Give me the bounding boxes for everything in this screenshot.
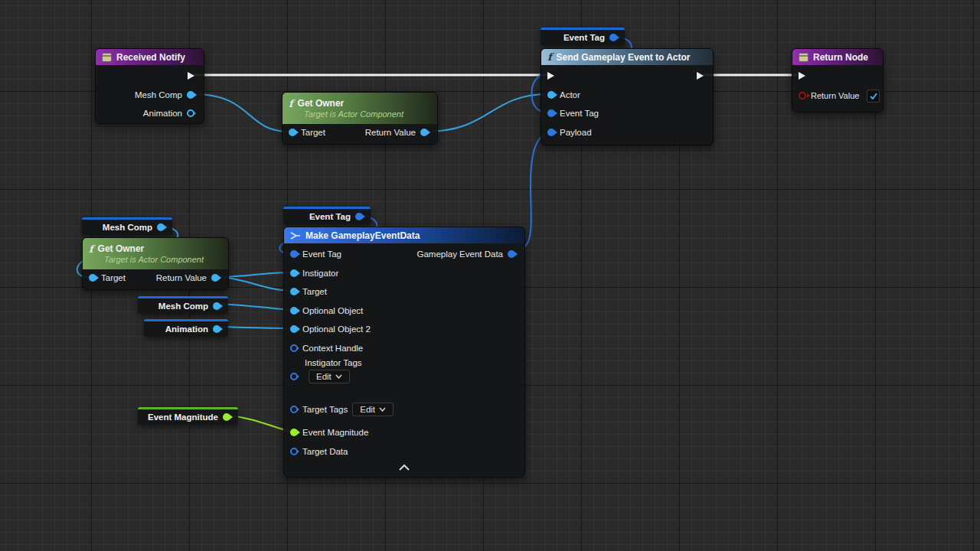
get-owner-left-node[interactable]: f Get Owner Target is Actor Component Ta… [82, 237, 229, 290]
instigator-tags-label: Instigator Tags [305, 358, 362, 367]
wire-returnvalue-to-instigator [220, 272, 291, 277]
mesh-comp-getter-1[interactable]: Mesh Comp [82, 217, 172, 235]
exec-in-row [547, 67, 554, 84]
event-tag-in-row: Event Tag [290, 246, 341, 262]
event-magnitude-out-pin[interactable] [223, 413, 230, 421]
wire-eventmagnitude [230, 416, 291, 432]
exec-out-row [188, 67, 194, 84]
pin-label: Return Value [365, 128, 416, 137]
animation-getter[interactable]: Animation [144, 319, 228, 337]
instigator-tags-pin[interactable] [290, 373, 298, 380]
event-box-icon [799, 53, 808, 62]
exec-in-pin[interactable] [547, 72, 554, 80]
event-magnitude-in-row: Event Magnitude [290, 424, 368, 441]
optional-object-pin[interactable] [290, 307, 298, 315]
chevron-down-icon [379, 407, 386, 412]
animation-pin[interactable] [187, 109, 194, 117]
event-magnitude-getter[interactable]: Event Magnitude [138, 407, 238, 425]
send-gameplay-event-node[interactable]: f Send Gameplay Event to Actor Actor Eve… [541, 48, 714, 145]
mesh-comp-out-pin[interactable] [213, 302, 220, 310]
target-in-row: Target [89, 269, 126, 286]
variable-label: Mesh Comp [158, 302, 208, 311]
pin-label: Target Data [302, 447, 348, 456]
target-in-row: Target [289, 124, 325, 141]
target-data-pin[interactable] [290, 448, 298, 455]
event-tag-pin[interactable] [290, 250, 298, 258]
actor-pin[interactable] [547, 91, 555, 99]
pin-label: Payload [560, 128, 592, 137]
exec-out-pin[interactable] [697, 72, 704, 80]
event-tag-in-row: Event Tag [547, 105, 599, 122]
instigator-pin[interactable] [290, 269, 298, 277]
target-tags-in-row: Target Tags Edit [290, 401, 394, 418]
function-icon: f [89, 244, 93, 254]
wire-meshcomp-to-getowner-target [194, 94, 289, 132]
check-icon [870, 93, 877, 99]
optional-object-2-in-row: Optional Object 2 [290, 321, 371, 337]
get-owner-left-header[interactable]: f Get Owner Target is Actor Component [83, 238, 228, 269]
variable-label: Event Tag [309, 212, 351, 221]
event-tag-getter-top[interactable]: Event Tag [541, 28, 625, 45]
return-value-checkbox[interactable] [867, 90, 880, 103]
wire-meshcomp2-to-optional-object [220, 304, 291, 310]
return-value-pin[interactable] [420, 129, 428, 136]
return-value-bool-pin[interactable] [799, 92, 806, 99]
collapse-node-button[interactable] [399, 460, 410, 474]
return-value-pin[interactable] [211, 274, 219, 282]
received-notify-node[interactable]: Received Notify Mesh Comp Animation [95, 48, 204, 124]
function-icon: f [289, 99, 293, 109]
target-tags-pin[interactable] [290, 406, 298, 413]
wire-getowner-to-actor [426, 94, 548, 132]
target-pin[interactable] [290, 288, 298, 295]
return-node-header[interactable]: Return Node [792, 49, 883, 65]
send-gameplay-event-header[interactable]: f Send Gameplay Event to Actor [541, 49, 713, 65]
mesh-comp-out-pin[interactable] [157, 223, 165, 231]
exec-out-pin[interactable] [188, 72, 194, 80]
context-handle-pin[interactable] [290, 344, 298, 352]
return-node[interactable]: Return Node Return Value [792, 48, 884, 112]
edit-label: Edit [360, 405, 375, 414]
mesh-comp-out-row: Mesh Comp [135, 86, 194, 103]
pin-label: Target [301, 128, 325, 137]
return-value-row: Return Value [156, 269, 219, 286]
event-tag-out-pin[interactable] [609, 34, 617, 41]
make-gameplay-event-data-header[interactable]: Make GameplayEventData [284, 227, 524, 243]
target-pin[interactable] [89, 274, 96, 282]
make-gameplay-event-data-node[interactable]: Make GameplayEventData Event Tag Gamepla… [283, 227, 525, 478]
edit-label: Edit [316, 372, 332, 381]
node-title: Get Owner [98, 243, 145, 254]
pin-label: Optional Object [302, 306, 363, 315]
exec-in-row [799, 67, 805, 84]
event-box-icon [102, 53, 112, 62]
node-title: Get Owner [298, 98, 345, 109]
instigator-in-row: Instigator [290, 265, 338, 282]
variable-label: Event Tag [564, 33, 605, 42]
function-icon: f [547, 52, 552, 62]
mesh-comp-getter-2[interactable]: Mesh Comp [138, 296, 228, 314]
pin-label: Gameplay Event Data [416, 249, 503, 259]
event-magnitude-pin[interactable] [290, 429, 298, 436]
event-tag-out-pin[interactable] [355, 213, 363, 220]
event-tag-getter-mid[interactable]: Event Tag [283, 207, 371, 224]
exec-in-pin[interactable] [799, 72, 805, 80]
pin-label: Target Tags [302, 405, 348, 414]
optional-object-2-pin[interactable] [290, 325, 298, 333]
make-struct-icon [290, 231, 301, 240]
mesh-comp-pin[interactable] [187, 91, 194, 99]
node-title: Make GameplayEventData [305, 230, 420, 241]
payload-pin[interactable] [547, 129, 555, 136]
gameplay-event-data-out-row: Gameplay Event Data [416, 246, 515, 262]
target-pin[interactable] [289, 129, 296, 136]
event-tag-pin[interactable] [547, 109, 555, 117]
get-owner-top-header[interactable]: f Get Owner Target is Actor Component [283, 93, 437, 124]
node-subtitle: Target is Actor Component [289, 109, 403, 119]
received-notify-header[interactable]: Received Notify [96, 49, 204, 65]
animation-out-pin[interactable] [213, 325, 220, 333]
gameplay-event-data-pin[interactable] [508, 250, 515, 258]
pin-label: Optional Object 2 [302, 324, 371, 334]
optional-object-in-row: Optional Object [290, 302, 363, 319]
get-owner-top-node[interactable]: f Get Owner Target is Actor Component Ta… [282, 92, 438, 145]
target-tags-edit-button[interactable]: Edit [352, 403, 394, 416]
blueprint-graph-canvas[interactable]: Received Notify Mesh Comp Animation f Ge… [0, 0, 980, 551]
instigator-tags-edit-button[interactable]: Edit [309, 370, 350, 383]
